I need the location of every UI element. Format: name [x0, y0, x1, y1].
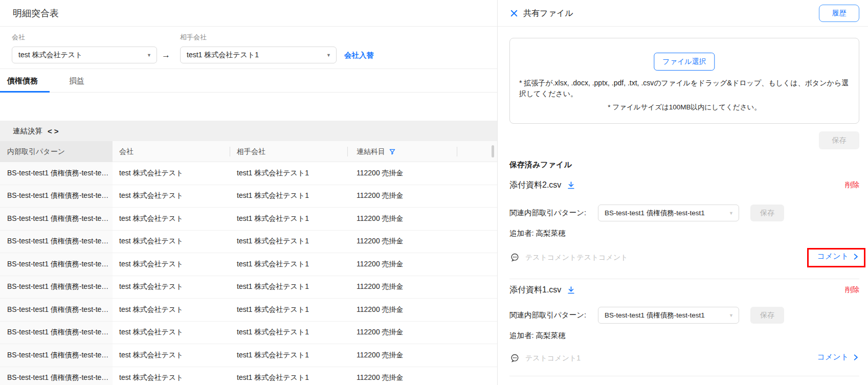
- download-icon[interactable]: [567, 181, 575, 190]
- related-pattern-label: 関連内部取引パターン:: [509, 310, 586, 320]
- table-row[interactable]: BS-test-test1 債権債務-test-te…test 株式会社テストt…: [0, 344, 497, 367]
- vertical-scrollbar-thumb[interactable]: [492, 145, 494, 157]
- save-upload-button[interactable]: 保存: [819, 131, 859, 149]
- column-header-account: 連結科目: [347, 141, 497, 162]
- comment-row: テストコメントテストコメント コメント: [509, 248, 859, 267]
- table-cell: BS-test-test1 債権債務-test-te…: [0, 276, 113, 299]
- table-cell: 112200 売掛金: [347, 162, 497, 185]
- added-by-text: 追加者: 高梨菜穂: [509, 229, 566, 238]
- page-title: 明細突合表: [13, 7, 59, 19]
- table-cell: test1 株式会社テスト1: [230, 276, 347, 299]
- table-cell: 112200 売掛金: [347, 344, 497, 367]
- table-cell: test1 株式会社テスト1: [230, 208, 347, 230]
- column-header-account-label: 連結科目: [357, 147, 385, 156]
- comment-preview-text: テストコメント1: [525, 354, 581, 363]
- table-cell: test1 株式会社テスト1: [230, 162, 347, 185]
- column-header-partner: 相手会社: [230, 141, 347, 162]
- partner-select-value: test1 株式会社テスト1: [187, 51, 259, 60]
- header-separator: [230, 147, 230, 156]
- table-row[interactable]: BS-test-test1 債権債務-test-te…test 株式会社テストt…: [0, 367, 497, 385]
- history-button[interactable]: 履歴: [819, 5, 859, 22]
- file-select-button[interactable]: ファイル選択: [654, 53, 715, 71]
- saved-file-item: 添付資料1.csv 削除 関連内部取引パターン: BS-test-test1 債…: [498, 281, 868, 376]
- table-cell: BS-test-test1 債権債務-test-te…: [0, 162, 113, 185]
- table-cell: test1 株式会社テスト1: [230, 322, 347, 344]
- pattern-save-button[interactable]: 保存: [750, 205, 784, 221]
- table-cell: test 株式会社テスト: [113, 185, 230, 208]
- close-icon[interactable]: [509, 9, 519, 18]
- table-cell: test1 株式会社テスト1: [230, 344, 347, 367]
- shared-files-panel: 共有ファイル 履歴 ファイル選択 * 拡張子が.xlsx, .docx, .pp…: [497, 0, 868, 385]
- filter-funnel-icon[interactable]: [389, 148, 396, 155]
- column-header-pattern: 内部取引パターン: [0, 141, 113, 162]
- table-cell: BS-test-test1 債権債務-test-te…: [0, 185, 113, 208]
- app-window: 明細突合表 会社 test 株式会社テスト ▼ → 相手会社 test1 株式会…: [0, 0, 868, 385]
- table-cell: 112200 売掛金: [347, 185, 497, 208]
- table-row[interactable]: BS-test-test1 債権債務-test-te…test 株式会社テストt…: [0, 253, 497, 276]
- consolidated-settlement-header: 連結決算 < >: [0, 121, 497, 141]
- chevron-right-icon: [852, 253, 859, 260]
- comment-preview-text: テストコメントテストコメント: [525, 253, 628, 262]
- tab-receivables-payables[interactable]: 債権債務: [7, 69, 38, 93]
- comment-link-label: コメント: [817, 252, 849, 261]
- table-row[interactable]: BS-test-test1 債権債務-test-te…test 株式会社テストt…: [0, 162, 497, 185]
- related-pattern-select[interactable]: BS-test-test1 債権債務-test-test1 ▼: [598, 307, 739, 324]
- arrow-right-icon: →: [162, 50, 170, 60]
- comment-link[interactable]: コメント: [817, 252, 859, 261]
- table-row[interactable]: BS-test-test1 債権債務-test-te…test 株式会社テストt…: [0, 185, 497, 208]
- table-cell: test 株式会社テスト: [113, 276, 230, 299]
- related-pattern-select[interactable]: BS-test-test1 債権債務-test-test1 ▼: [598, 205, 739, 221]
- table-cell: 112200 売掛金: [347, 276, 497, 299]
- matching-table-section: 明細突合表 会社 test 株式会社テスト ▼ → 相手会社 test1 株式会…: [0, 0, 497, 385]
- table-cell: BS-test-test1 債権債務-test-te…: [0, 344, 113, 367]
- table-cell: 112200 売掛金: [347, 231, 497, 253]
- partner-company-select[interactable]: test1 株式会社テスト1 ▼: [180, 47, 337, 63]
- file-name-row: 添付資料1.csv: [509, 281, 575, 299]
- download-icon[interactable]: [567, 286, 575, 295]
- comment-link-label: コメント: [817, 352, 849, 362]
- left-header: 明細突合表: [0, 0, 497, 27]
- company-select[interactable]: test 株式会社テスト ▼: [12, 47, 157, 63]
- comment-link[interactable]: コメント: [817, 352, 859, 362]
- separator: [509, 376, 859, 376]
- related-pattern-value: BS-test-test1 債権債務-test-test1: [605, 209, 705, 218]
- table-cell: test1 株式会社テスト1: [230, 253, 347, 276]
- upload-note-extensions: * 拡張子が.xlsx, .docx, .pptx, .pdf, .txt, .…: [519, 78, 850, 99]
- table-row[interactable]: BS-test-test1 債権債務-test-te…test 株式会社テストt…: [0, 231, 497, 254]
- tab-profit-loss[interactable]: 損益: [69, 69, 84, 93]
- partner-company-label: 相手会社: [180, 33, 207, 42]
- table-cell: 112200 売掛金: [347, 253, 497, 276]
- table-cell: BS-test-test1 債権債務-test-te…: [0, 253, 113, 276]
- related-pattern-label: 関連内部取引パターン:: [509, 208, 586, 218]
- table-cell: test 株式会社テスト: [113, 253, 230, 276]
- related-pattern-row: 関連内部取引パターン: BS-test-test1 債権債務-test-test…: [509, 307, 859, 324]
- related-pattern-value: BS-test-test1 債権債務-test-test1: [605, 311, 705, 320]
- table-cell: 112200 売掛金: [347, 208, 497, 230]
- next-chevron-icon[interactable]: >: [54, 127, 59, 135]
- upload-dropzone[interactable]: ファイル選択 * 拡張子が.xlsx, .docx, .pptx, .pdf, …: [509, 38, 859, 124]
- prev-chevron-icon[interactable]: <: [48, 127, 52, 135]
- table-cell: BS-test-test1 債権債務-test-te…: [0, 208, 113, 230]
- table-cell: test 株式会社テスト: [113, 231, 230, 253]
- table-cell: BS-test-test1 債権債務-test-te…: [0, 299, 113, 321]
- comment-bubble-icon: [509, 353, 520, 364]
- table-row[interactable]: BS-test-test1 債権債務-test-te…test 株式会社テストt…: [0, 208, 497, 231]
- header-separator: [457, 147, 457, 156]
- panel-header: 共有ファイル 履歴: [498, 0, 868, 27]
- swap-companies-link[interactable]: 会社入替: [344, 51, 374, 60]
- table-cell: test1 株式会社テスト1: [230, 185, 347, 208]
- comment-row: テストコメント1 コメント: [509, 349, 859, 368]
- table-row[interactable]: BS-test-test1 債権債務-test-te…test 株式会社テストt…: [0, 276, 497, 299]
- delete-file-link[interactable]: 削除: [845, 285, 859, 295]
- table-cell: BS-test-test1 債権債務-test-te…: [0, 231, 113, 253]
- header-separator: [347, 147, 348, 156]
- pattern-save-button[interactable]: 保存: [750, 307, 784, 324]
- table-header: 内部取引パターン 会社 相手会社 連結科目: [0, 141, 497, 162]
- active-tab-underline: [0, 91, 50, 93]
- delete-file-link[interactable]: 削除: [845, 180, 859, 190]
- chevron-right-icon: [852, 354, 859, 361]
- table-row[interactable]: BS-test-test1 債権債務-test-te…test 株式会社テストt…: [0, 322, 497, 345]
- table-row[interactable]: BS-test-test1 債権債務-test-te…test 株式会社テストt…: [0, 299, 497, 322]
- table-cell: test 株式会社テスト: [113, 367, 230, 385]
- table-body: BS-test-test1 債権債務-test-te…test 株式会社テストt…: [0, 162, 497, 385]
